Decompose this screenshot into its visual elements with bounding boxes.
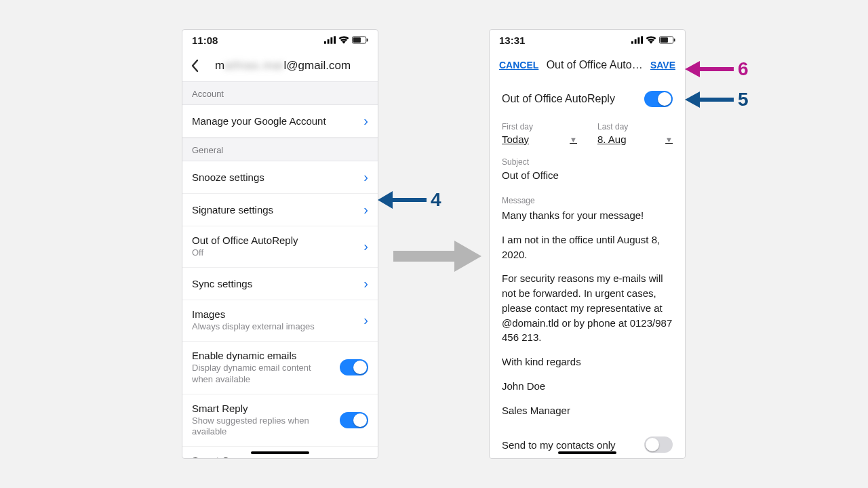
wifi-icon	[646, 36, 656, 44]
arrow-left-icon	[378, 188, 427, 211]
row-images[interactable]: Images Always display external images ›	[182, 300, 378, 342]
svg-rect-12	[660, 37, 668, 42]
svg-rect-3	[334, 36, 336, 43]
chevron-right-icon: ›	[355, 169, 368, 185]
toggle-smart-reply[interactable]	[340, 412, 368, 428]
row-autoreply-master: Out of Office AutoReply	[490, 80, 685, 118]
cancel-button[interactable]: CANCEL	[499, 60, 538, 70]
svg-rect-9	[637, 37, 639, 43]
arrow-left-icon	[685, 59, 734, 79]
row-manage-account[interactable]: Manage your Google Account ›	[182, 105, 378, 138]
toggle-autoreply[interactable]	[644, 91, 673, 107]
nav-bar: mathias.mail@gmail.com	[182, 50, 378, 81]
cellular-icon	[631, 36, 643, 44]
battery-icon	[659, 36, 675, 44]
svg-rect-10	[641, 36, 643, 43]
wifi-icon	[338, 36, 349, 44]
section-general: General	[182, 138, 378, 161]
settings-screen: 11:08 mathias.mail@gmail.com Account Man…	[182, 29, 378, 459]
svg-rect-0	[324, 41, 326, 44]
nav-bar: CANCEL Out of Office Auto… SAVE	[490, 50, 685, 80]
row-smart-reply: Smart Reply Show suggested replies when …	[182, 394, 378, 447]
row-signature-settings[interactable]: Signature settings ›	[182, 194, 378, 226]
chevron-right-icon: ›	[355, 312, 368, 328]
chevron-right-icon: ›	[355, 276, 368, 291]
dropdown-icon: ▼	[570, 136, 577, 144]
arrow-left-icon	[685, 89, 734, 110]
row-dynamic-emails: Enable dynamic emails Display dynamic em…	[182, 342, 378, 394]
first-day-picker[interactable]: First day Today▼	[502, 122, 577, 145]
section-account: Account	[182, 81, 378, 105]
svg-rect-8	[635, 39, 637, 44]
screen-title: Out of Office Auto…	[538, 59, 650, 71]
toggle-dynamic-emails[interactable]	[340, 359, 368, 375]
account-email: mathias.mail@gmail.com	[211, 59, 371, 73]
svg-rect-1	[328, 39, 330, 44]
message-input[interactable]: Many thanks for your message! I am not i…	[490, 205, 685, 418]
status-time: 13:31	[499, 35, 525, 46]
subject-label: Subject	[490, 155, 685, 167]
toggle-send-contacts-only[interactable]	[644, 436, 673, 453]
svg-rect-13	[674, 39, 675, 42]
status-bar: 11:08	[182, 30, 378, 50]
battery-icon	[352, 36, 368, 44]
message-label: Message	[490, 193, 685, 205]
home-indicator[interactable]	[251, 451, 309, 454]
row-out-of-office[interactable]: Out of Office AutoReply Off ›	[182, 226, 378, 268]
status-time: 11:08	[192, 35, 218, 46]
marker-6: 6	[685, 58, 749, 80]
svg-rect-2	[330, 37, 332, 43]
flow-arrow-icon	[393, 241, 481, 272]
chevron-right-icon: ›	[355, 239, 368, 254]
svg-rect-5	[353, 37, 361, 42]
cellular-icon	[324, 36, 336, 44]
out-of-office-screen: 13:31 CANCEL Out of Office Auto… SAVE Ou…	[489, 29, 686, 459]
chevron-right-icon: ›	[355, 202, 368, 218]
marker-4: 4	[378, 188, 441, 211]
row-snooze-settings[interactable]: Snooze settings ›	[182, 161, 378, 194]
status-bar: 13:31	[490, 30, 685, 50]
last-day-picker[interactable]: Last day 8. Aug▼	[597, 122, 673, 145]
subject-input[interactable]: Out of Office	[490, 167, 685, 193]
status-icons	[631, 36, 675, 44]
chevron-right-icon: ›	[355, 113, 368, 129]
svg-rect-7	[631, 41, 633, 44]
status-icons	[324, 36, 368, 44]
dropdown-icon: ▼	[665, 136, 673, 144]
chevron-left-icon	[189, 59, 200, 73]
back-button[interactable]	[189, 58, 205, 74]
date-range: First day Today▼ Last day 8. Aug▼	[490, 118, 685, 155]
marker-5: 5	[685, 89, 749, 110]
row-sync-settings[interactable]: Sync settings ›	[182, 268, 378, 300]
home-indicator[interactable]	[558, 451, 616, 454]
save-button[interactable]: SAVE	[650, 60, 675, 70]
svg-rect-6	[367, 39, 368, 42]
